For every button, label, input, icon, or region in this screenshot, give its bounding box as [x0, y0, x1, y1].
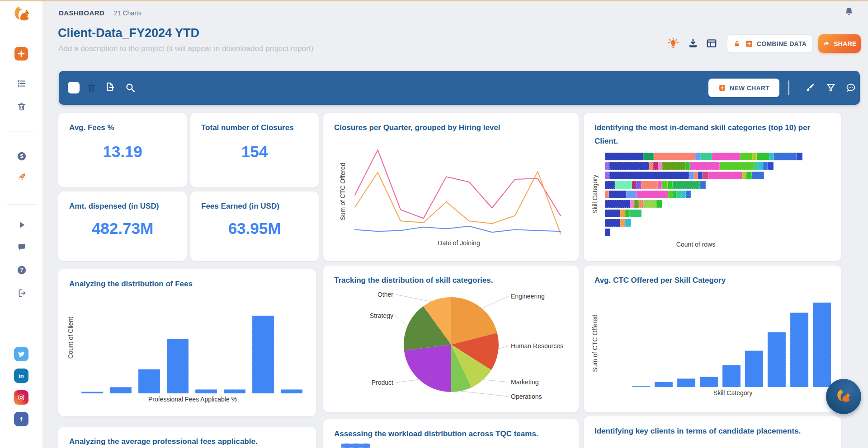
chart-card-workload-distribution[interactable]: Assessing the workload distribution acro…: [323, 419, 579, 448]
sidebar-item-projects-list[interactable]: [0, 79, 43, 89]
linkedin-icon[interactable]: in: [14, 369, 28, 383]
layout-table-icon[interactable]: [706, 37, 717, 49]
dollar-icon: $: [17, 151, 27, 161]
delete-charts-icon[interactable]: [86, 82, 97, 93]
chart-card-avg-professional-fees[interactable]: Analyzing the average professional fees …: [58, 427, 316, 448]
svg-text:Count of Client: Count of Client: [67, 317, 74, 359]
bar-segment: [797, 153, 802, 160]
bar-segment: [605, 229, 610, 236]
twitter-icon[interactable]: [14, 347, 28, 361]
trash-icon: [17, 102, 27, 112]
bar-chart-plot[interactable]: Professional Fees Applicable %Count of C…: [58, 269, 316, 416]
squirrel-logo[interactable]: [11, 4, 33, 25]
bar: [745, 351, 763, 387]
sidebar-divider: [7, 320, 36, 320]
kpi-value: 154: [190, 143, 319, 161]
bar-segment: [605, 162, 609, 170]
bar-segment: [630, 200, 634, 208]
pie-label: Human Resources: [511, 342, 563, 350]
bar-segment: [746, 172, 752, 179]
pie-label: Engineering: [511, 293, 545, 300]
bar-segment: [758, 162, 763, 170]
chart-card-key-clients[interactable]: Identifying key clients in terms of cand…: [584, 416, 841, 448]
line-chart-plot[interactable]: Date of JoiningSum of CTC Offered: [323, 113, 579, 261]
kpi-card-amt-dispensed[interactable]: Amt. dispensed (in USD) 482.73M: [58, 191, 187, 261]
bar-segment: [686, 191, 691, 198]
bar: [722, 365, 741, 387]
bar-segment: [658, 162, 662, 170]
bar-segment: [636, 181, 641, 189]
stacked-bar-plot[interactable]: Count of rowsSkill Category: [584, 113, 841, 261]
play-icon: [17, 220, 27, 230]
download-report-icon[interactable]: [687, 37, 699, 49]
search-charts-icon[interactable]: [125, 82, 136, 93]
bar-segment: [639, 200, 643, 208]
bar-segment: [768, 162, 774, 170]
breadcrumb: DASHBOARD: [59, 9, 104, 17]
pie-leader-line: [460, 391, 509, 397]
bar-segment: [615, 181, 632, 189]
pie-label: Operations: [511, 393, 542, 400]
filter-funnel-icon[interactable]: [826, 82, 836, 93]
toolbar-divider: [788, 80, 789, 95]
kpi-card-total-closures[interactable]: Total number of Closures 154: [190, 113, 319, 187]
combine-data-button[interactable]: COMBINE DATA: [727, 34, 813, 53]
select-all-checkbox[interactable]: [68, 82, 80, 93]
bar-segment: [626, 191, 637, 198]
bar: [138, 369, 160, 393]
sidebar-item-trash[interactable]: [0, 102, 43, 112]
bar-segment: [694, 172, 698, 179]
bar-segment: [605, 191, 609, 198]
kpi-card-fees-earned[interactable]: Fees Earned (in USD) 63.95M: [190, 191, 319, 261]
sidebar-item-feedback[interactable]: [0, 242, 43, 252]
project-title[interactable]: Client-Data_FY2024 YTD: [58, 26, 199, 40]
sidebar-item-billing[interactable]: $: [0, 151, 43, 161]
sidebar-item-tutorials[interactable]: [0, 220, 43, 230]
bar-segment: [708, 172, 742, 179]
chart-card-skill-pie[interactable]: Tracking the distribution of skill categ…: [323, 266, 579, 412]
project-description-placeholder[interactable]: Add a description to the project (it wil…: [58, 44, 313, 53]
share-label: SHARE: [834, 40, 857, 47]
bar: [81, 392, 103, 393]
export-charts-icon[interactable]: [105, 82, 116, 93]
add-project-button[interactable]: [14, 47, 28, 61]
bar-segment: [690, 162, 720, 170]
instagram-icon[interactable]: [14, 390, 28, 405]
chart-card-avg-ctc[interactable]: Avg. CTC Offered per Skill Category Skil…: [584, 266, 841, 412]
bar-segment: [630, 210, 642, 217]
bar-segment: [700, 153, 712, 160]
bar-segment: [672, 191, 676, 198]
line-series-pink-line: [355, 150, 561, 219]
bar-segment: [712, 153, 740, 160]
comments-icon[interactable]: [845, 82, 856, 93]
bar-segment: [605, 219, 620, 227]
facebook-icon[interactable]: f: [14, 412, 28, 426]
chart-card-closures-line[interactable]: Closures per Quarter, grouped by Hiring …: [323, 113, 579, 261]
bar-segment: [662, 181, 668, 189]
chart-card-skill-categories-stacked[interactable]: Identifying the most in-demand skill cat…: [584, 113, 841, 261]
bar-chart-plot[interactable]: Skill CategorySum of CTC Offered: [584, 266, 841, 412]
bar-segment: [625, 210, 630, 217]
bar-segment: [668, 181, 673, 189]
pie-chart-canvas: EngineeringHuman ResourcesMarketingOpera…: [323, 266, 579, 412]
notifications-bell-icon[interactable]: [844, 6, 854, 17]
svg-text:Date of Joining: Date of Joining: [438, 239, 480, 247]
share-icon: [822, 40, 830, 47]
sidebar-divider: [7, 204, 36, 205]
sidebar-item-logout[interactable]: [0, 288, 43, 298]
line-series-orange-line: [355, 172, 561, 234]
theme-brush-icon[interactable]: [805, 82, 816, 93]
chart-card-fees-distribution[interactable]: Analyzing the distribution of Fees Profe…: [58, 269, 316, 416]
bar-segment: [742, 172, 746, 179]
kpi-card-avg-fees[interactable]: Avg. Fees % 13.19: [58, 113, 187, 187]
bar-segment: [609, 172, 689, 179]
share-button[interactable]: SHARE: [818, 34, 861, 53]
bar: [677, 378, 695, 387]
new-chart-button[interactable]: NEW CHART: [708, 79, 779, 97]
assistant-fab-squirrel[interactable]: [826, 379, 861, 414]
pie-chart-plot[interactable]: EngineeringHuman ResourcesMarketingOpera…: [323, 266, 579, 412]
sidebar-item-upgrade[interactable]: [0, 172, 43, 182]
chat-bubble-icon: [17, 242, 27, 252]
sidebar-item-help[interactable]: ?: [0, 265, 43, 275]
insights-lightbulb-icon[interactable]: [667, 37, 679, 49]
